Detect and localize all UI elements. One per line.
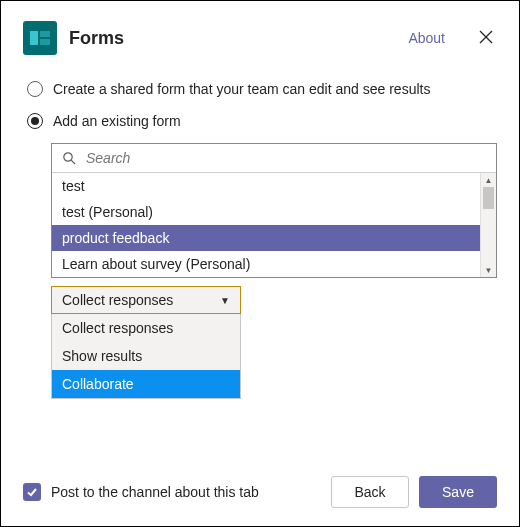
search-input[interactable] (84, 149, 486, 167)
list-item[interactable]: test (52, 173, 480, 199)
svg-rect-2 (40, 39, 50, 45)
footer: Post to the channel about this tab Back … (23, 476, 497, 508)
scroll-down-icon[interactable]: ▼ (481, 263, 496, 277)
search-results-list: test test (Personal) product feedback Le… (52, 173, 480, 277)
scroll-up-icon[interactable]: ▲ (481, 173, 496, 187)
scrollbar[interactable]: ▲ ▼ (480, 173, 496, 277)
svg-rect-0 (30, 31, 38, 45)
about-link[interactable]: About (408, 30, 445, 46)
list-item[interactable]: product feedback (52, 225, 480, 251)
option-add-label: Add an existing form (53, 113, 181, 129)
back-button[interactable]: Back (331, 476, 409, 508)
action-select-options: Collect responses Show results Collabora… (51, 314, 241, 399)
radio-add[interactable] (27, 113, 43, 129)
close-icon (479, 30, 493, 44)
header: Forms About (23, 21, 497, 55)
svg-rect-1 (40, 31, 50, 37)
action-select: Collect responses ▼ Collect responses Sh… (51, 286, 241, 399)
forms-app-icon (23, 21, 57, 55)
list-item[interactable]: test (Personal) (52, 199, 480, 225)
select-option[interactable]: Collaborate (52, 370, 240, 398)
select-option[interactable]: Show results (52, 342, 240, 370)
svg-line-6 (71, 160, 75, 164)
chevron-down-icon: ▼ (220, 295, 230, 306)
action-select-head[interactable]: Collect responses ▼ (51, 286, 241, 314)
post-label: Post to the channel about this tab (51, 484, 321, 500)
app-title: Forms (69, 28, 396, 49)
scroll-thumb[interactable] (483, 187, 494, 209)
action-select-value: Collect responses (62, 292, 173, 308)
search-icon (62, 151, 76, 165)
dialog-window: Forms About Create a shared form that yo… (0, 0, 520, 527)
svg-point-5 (64, 153, 72, 161)
search-results: test test (Personal) product feedback Le… (52, 173, 496, 277)
search-combobox: test test (Personal) product feedback Le… (51, 143, 497, 278)
select-option[interactable]: Collect responses (52, 314, 240, 342)
save-button[interactable]: Save (419, 476, 497, 508)
radio-dot-icon (31, 117, 39, 125)
radio-create[interactable] (27, 81, 43, 97)
add-form-body: test test (Personal) product feedback Le… (51, 143, 497, 399)
close-button[interactable] (475, 26, 497, 51)
search-input-row (52, 144, 496, 173)
post-checkbox[interactable] (23, 483, 41, 501)
option-add-existing[interactable]: Add an existing form (27, 113, 497, 129)
check-icon (26, 486, 38, 498)
option-create-label: Create a shared form that your team can … (53, 81, 430, 97)
list-item[interactable]: Learn about survey (Personal) (52, 251, 480, 277)
option-create-shared[interactable]: Create a shared form that your team can … (27, 81, 497, 97)
